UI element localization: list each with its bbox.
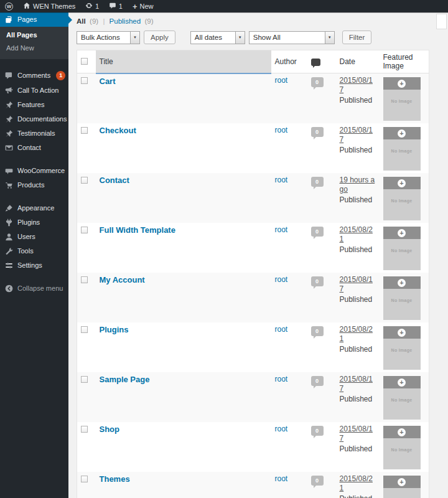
table-row: Themes root 0 2015/08/21 Published + No …: [77, 472, 429, 498]
row-checkbox[interactable]: [81, 326, 88, 333]
sidebar-item-appearance[interactable]: Appearance: [0, 201, 68, 215]
author-link[interactable]: root: [275, 375, 288, 383]
sidebar-item-plugins[interactable]: Plugins: [0, 215, 68, 230]
table-row: Plugins root 0 2015/08/21 Published + No…: [77, 322, 429, 372]
view-published-link[interactable]: Published: [110, 17, 141, 25]
comment-count-bubble[interactable]: 0: [311, 276, 324, 286]
page-title-link[interactable]: Themes: [100, 474, 130, 484]
author-link[interactable]: root: [275, 474, 288, 483]
featured-image-placeholder[interactable]: + No Image: [383, 476, 421, 498]
comments-menu[interactable]: 1: [104, 0, 128, 12]
featured-image-placeholder[interactable]: + No Image: [383, 177, 421, 220]
page-title-link[interactable]: Full Width Template: [100, 225, 175, 235]
table-header-row: Title Author Date Featured Image: [77, 50, 429, 73]
featured-image-placeholder[interactable]: + No Image: [383, 426, 421, 469]
author-link[interactable]: root: [275, 126, 288, 134]
author-link[interactable]: root: [275, 425, 288, 433]
sidebar-item-features[interactable]: Features: [0, 98, 68, 112]
updates-menu[interactable]: 1: [80, 0, 104, 12]
row-checkbox[interactable]: [81, 276, 88, 283]
filter-button[interactable]: Filter: [342, 31, 372, 44]
scrollbar[interactable]: [436, 14, 447, 29]
select-all-checkbox[interactable]: [81, 58, 88, 65]
title-column-header[interactable]: Title: [96, 50, 271, 73]
page-title-link[interactable]: Contact: [100, 176, 129, 185]
featured-image-placeholder[interactable]: + No Image: [383, 77, 421, 121]
sidebar-item-call-to-action[interactable]: Call To Action: [0, 83, 68, 98]
sidebar-item-tools[interactable]: Tools: [0, 244, 68, 258]
row-comments-cell: 0: [307, 173, 336, 223]
date-link[interactable]: 2015/08/17: [340, 375, 376, 393]
show-all-select[interactable]: Show All ▼: [249, 31, 335, 44]
view-all-link[interactable]: All: [77, 17, 86, 25]
page-title-link[interactable]: Sample Page: [100, 375, 150, 384]
comment-count-bubble[interactable]: 0: [311, 227, 324, 237]
sidebar-item-label: Pages: [17, 16, 37, 24]
sidebar-item-contact[interactable]: Contact: [0, 141, 68, 155]
row-checkbox[interactable]: [81, 177, 88, 184]
apply-button[interactable]: Apply: [144, 31, 175, 44]
comment-count-bubble[interactable]: 0: [311, 127, 324, 137]
date-link[interactable]: 2015/08/17: [340, 76, 376, 95]
date-link[interactable]: 2015/08/21: [340, 225, 376, 244]
wp-logo-menu[interactable]: W: [0, 0, 18, 12]
row-author-cell: root: [271, 123, 307, 173]
featured-image-placeholder[interactable]: + No Image: [383, 276, 421, 320]
site-name-menu[interactable]: WEN Themes: [18, 0, 80, 12]
sidebar-item-label: Features: [17, 101, 44, 109]
featured-image-placeholder[interactable]: + No Image: [383, 227, 421, 270]
sidebar-item-testimonials[interactable]: Testimonials: [0, 126, 68, 141]
row-checkbox[interactable]: [81, 376, 88, 383]
author-link[interactable]: root: [275, 76, 288, 85]
comments-column-header[interactable]: [307, 50, 336, 73]
author-link[interactable]: root: [275, 225, 288, 234]
date-link[interactable]: 19 hours ago: [340, 176, 376, 194]
comment-count-bubble[interactable]: 0: [311, 476, 324, 486]
date-link[interactable]: 2015/08/21: [340, 474, 376, 493]
page-title-link[interactable]: Plugins: [100, 325, 129, 334]
new-content-menu[interactable]: + New: [128, 0, 159, 12]
status-label: Published: [340, 395, 376, 404]
sidebar-item-products[interactable]: Products: [0, 178, 68, 192]
comment-count-bubble[interactable]: 0: [311, 426, 324, 436]
comment-count-bubble[interactable]: 0: [311, 376, 324, 386]
date-link[interactable]: 2015/08/17: [340, 275, 376, 294]
page-title-link[interactable]: Shop: [100, 425, 120, 434]
dates-filter-select[interactable]: All dates ▼: [190, 31, 245, 44]
comment-count-bubble[interactable]: 0: [311, 77, 324, 87]
date-link[interactable]: 2015/08/21: [340, 325, 376, 344]
table-row: Cart root 0 2015/08/17 Published + No Im…: [77, 73, 429, 124]
row-checkbox[interactable]: [81, 426, 88, 433]
sidebar-item-users[interactable]: Users: [0, 230, 68, 244]
sidebar-item-woocommerce[interactable]: WooCommerce: [0, 164, 68, 178]
row-checkbox-cell: [77, 173, 96, 223]
date-link[interactable]: 2015/08/17: [340, 126, 376, 144]
page-title-link[interactable]: Cart: [100, 77, 116, 86]
page-title-link[interactable]: My Account: [100, 275, 145, 284]
date-column-header[interactable]: Date: [336, 50, 380, 73]
no-image-label: No Image: [383, 149, 421, 153]
sidebar-item-pages[interactable]: Pages: [0, 12, 68, 27]
row-checkbox[interactable]: [81, 227, 88, 233]
author-link[interactable]: root: [275, 176, 288, 184]
author-link[interactable]: root: [275, 325, 288, 334]
row-checkbox[interactable]: [81, 127, 88, 134]
sidebar-item-collapse-menu[interactable]: Collapse menu: [0, 281, 68, 296]
row-checkbox[interactable]: [81, 77, 88, 84]
featured-image-placeholder[interactable]: + No Image: [383, 326, 421, 370]
page-title-link[interactable]: Checkout: [100, 126, 136, 135]
sidebar-subitem-add-new[interactable]: Add New: [0, 42, 68, 55]
bulk-actions-select[interactable]: Bulk Actions ▼: [77, 31, 140, 44]
sidebar-item-settings[interactable]: Settings: [0, 258, 68, 273]
featured-image-placeholder[interactable]: + No Image: [383, 127, 421, 171]
pages-icon: [5, 16, 13, 24]
sidebar-subitem-all-pages[interactable]: All Pages: [0, 29, 68, 42]
date-link[interactable]: 2015/08/17: [340, 425, 376, 443]
author-link[interactable]: root: [275, 275, 288, 284]
row-checkbox[interactable]: [81, 476, 88, 482]
sidebar-item-comments[interactable]: Comments 1: [0, 68, 68, 83]
featured-image-placeholder[interactable]: + No Image: [383, 376, 421, 420]
sidebar-item-documentations[interactable]: Documentations: [0, 112, 68, 126]
comment-count-bubble[interactable]: 0: [311, 326, 324, 336]
comment-count-bubble[interactable]: 0: [311, 177, 324, 187]
